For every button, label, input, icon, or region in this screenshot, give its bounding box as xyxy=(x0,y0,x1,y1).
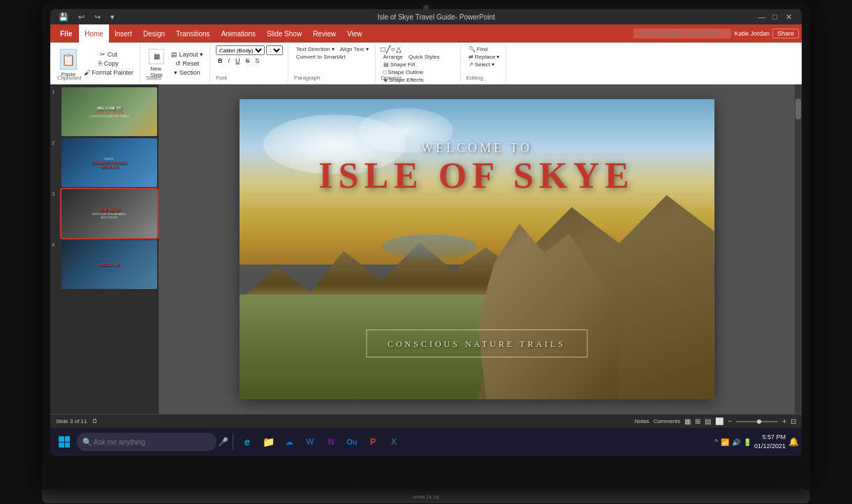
notes-button[interactable]: Notes xyxy=(635,418,649,424)
tab-animations[interactable]: Animations xyxy=(216,24,261,43)
network-icon[interactable]: 📶 xyxy=(721,438,729,446)
taskbar-outlook-icon[interactable]: Ou xyxy=(342,432,362,452)
status-bar: Slide 3 of 11 🗒 Notes Comments ▦ ⊞ ▤ ⬜ −… xyxy=(50,414,802,428)
slide-number-4: 4 xyxy=(52,242,59,248)
volume-icon[interactable]: 🔊 xyxy=(732,438,740,446)
notification-icon[interactable]: 🔔 xyxy=(788,437,799,447)
minimize-button[interactable]: — xyxy=(755,13,768,21)
view-normal-icon[interactable]: ▦ xyxy=(684,417,691,425)
customize-icon[interactable]: ▾ xyxy=(108,13,117,22)
underline-button[interactable]: U xyxy=(233,57,242,65)
slide-panel[interactable]: 1 WELCOME TO ISLE OF SKYE CONSCIOUS NATU… xyxy=(50,84,159,414)
title-bar: 💾 ↩ ↪ ▾ Isle of Skye Travel Guide- Power… xyxy=(50,9,802,24)
ribbon-search[interactable] xyxy=(633,29,731,38)
tab-view[interactable]: View xyxy=(341,24,368,43)
comments-button[interactable]: Comments xyxy=(654,418,681,424)
zoom-in-button[interactable]: + xyxy=(782,417,786,425)
laptop-frame: 💾 ↩ ↪ ▾ Isle of Skye Travel Guide- Power… xyxy=(42,1,810,489)
taskbar-powerpoint-icon[interactable]: P xyxy=(363,432,383,452)
tab-slideshow[interactable]: Slide Show xyxy=(261,24,307,43)
slide-image-2[interactable]: ENJOY CARBON TRAVELWITH US xyxy=(61,138,157,187)
scrollbar-thumb[interactable] xyxy=(795,98,801,119)
slide-2-title: CARBON TRAVELWITH US xyxy=(91,161,128,169)
select-button[interactable]: ↗ Select ▾ xyxy=(467,61,497,68)
slide-thumbnail-4[interactable]: 4 REVEL IN xyxy=(52,240,157,289)
webcam-dot xyxy=(423,5,429,10)
undo-icon[interactable]: ↩ xyxy=(75,13,87,22)
system-tray: ^ 📶 🔊 🔋 xyxy=(714,438,751,446)
vertical-scrollbar[interactable] xyxy=(795,84,802,414)
section-button[interactable]: ▾ Section xyxy=(169,68,205,77)
copy-button[interactable]: ⎘ Copy xyxy=(82,59,135,68)
align-text-button[interactable]: Align Text ▾ xyxy=(338,45,371,53)
slide-image-1[interactable]: WELCOME TO ISLE OF SKYE CONSCIOUS NATURE… xyxy=(61,87,157,136)
tab-file[interactable]: File xyxy=(53,24,79,43)
conscious-trails-box[interactable]: CONSCIOUS NATURE TRAILS xyxy=(366,329,587,357)
convert-smartart-button[interactable]: Convert to SmartArt xyxy=(294,53,348,61)
slide-thumbnail-1[interactable]: 1 WELCOME TO ISLE OF SKYE CONSCIOUS NATU… xyxy=(52,87,157,136)
fit-to-window-button[interactable]: ⊡ xyxy=(791,417,796,425)
view-presenter-icon[interactable]: ⬜ xyxy=(715,417,724,425)
text-shadow-button[interactable]: S xyxy=(254,57,262,65)
text-direction-button[interactable]: Text Direction ▾ xyxy=(294,45,337,53)
zoom-slider[interactable] xyxy=(736,421,778,422)
battery-icon[interactable]: 🔋 xyxy=(743,438,751,446)
strikethrough-button[interactable]: S xyxy=(244,57,252,65)
view-sorter-icon[interactable]: ⊞ xyxy=(695,417,700,425)
taskbar-excel-icon[interactable]: X xyxy=(384,432,404,452)
tab-home[interactable]: Home xyxy=(79,24,109,43)
taskbar-search-input[interactable] xyxy=(77,433,216,451)
main-work-area: 1 WELCOME TO ISLE OF SKYE CONSCIOUS NATU… xyxy=(50,84,802,414)
ribbon-group-slides: ▦ NewSlide ▤ Layout ▾ ↺ Reset ▾ Section … xyxy=(142,44,210,82)
redo-icon[interactable]: ↪ xyxy=(91,13,103,22)
zoom-thumb xyxy=(757,420,761,424)
find-button[interactable]: 🔍 Find xyxy=(467,45,490,53)
tray-chevron[interactable]: ^ xyxy=(714,438,718,446)
shape-fill-button[interactable]: ▤ Shape Fill xyxy=(381,61,418,68)
arrange-button[interactable]: Arrange xyxy=(381,53,405,61)
ribbon-group-drawing: □ ╱ ○ △ Arrange Quick Styles ▤ Shape Fil… xyxy=(377,44,461,82)
oval-icon[interactable]: ○ xyxy=(391,45,395,53)
cortana-mic-icon[interactable]: 🎤 xyxy=(218,437,228,447)
save-icon[interactable]: 💾 xyxy=(56,13,71,22)
slide-image-3[interactable]: THE WILD WITH OUR SUSTAINABLEECO TOURS xyxy=(61,189,157,238)
slide-number-3: 3 xyxy=(52,191,59,197)
slides-label: Slides xyxy=(146,75,161,81)
taskbar-search-icon: 🔍 xyxy=(82,438,92,447)
layout-button[interactable]: ▤ Layout ▾ xyxy=(169,50,205,59)
slide-thumbnail-2[interactable]: 2 ENJOY CARBON TRAVELWITH US xyxy=(52,138,157,187)
reset-button[interactable]: ↺ Reset xyxy=(169,59,205,68)
tab-design[interactable]: Design xyxy=(138,24,170,43)
replace-button[interactable]: ⇄ Replace ▾ xyxy=(467,53,502,61)
taskbar-edge-icon[interactable]: e xyxy=(237,432,257,452)
line-icon[interactable]: ╱ xyxy=(386,45,390,53)
taskbar-explorer-icon[interactable]: 📁 xyxy=(258,432,278,452)
tab-transitions[interactable]: Transitions xyxy=(170,24,216,43)
cut-button[interactable]: ✂ Cut xyxy=(82,50,135,59)
close-button[interactable]: ✕ xyxy=(781,13,796,22)
main-slide-canvas[interactable]: WELCOME TO ISLE OF SKYE CONSCIOUS NATURE… xyxy=(240,99,714,399)
system-clock[interactable]: 5:57 PM 01/12/2021 xyxy=(754,433,786,450)
tab-insert[interactable]: Insert xyxy=(109,24,138,43)
slide-thumbnail-3[interactable]: 3 THE WILD WITH OUR SUSTAINABLEECO TOURS xyxy=(52,189,157,238)
start-button[interactable] xyxy=(53,431,75,453)
italic-button[interactable]: I xyxy=(226,57,233,65)
tab-review[interactable]: Review xyxy=(307,24,341,43)
zoom-out-button[interactable]: − xyxy=(728,417,732,425)
taskbar-word-icon[interactable]: W xyxy=(300,432,320,452)
maximize-button[interactable]: □ xyxy=(770,13,780,21)
shapes-icon[interactable]: □ xyxy=(381,45,385,53)
view-reading-icon[interactable]: ▤ xyxy=(705,417,711,425)
share-button[interactable]: Share xyxy=(772,29,799,38)
format-painter-button[interactable]: 🖌 Format Painter xyxy=(82,68,135,77)
quick-styles-button[interactable]: Quick Styles xyxy=(406,53,441,61)
taskbar-onedrive-icon[interactable]: ☁ xyxy=(279,432,299,452)
triangle-icon[interactable]: △ xyxy=(396,45,402,53)
slide-image-4[interactable]: REVEL IN xyxy=(61,240,157,289)
taskbar-onenote-icon[interactable]: N xyxy=(321,432,341,452)
word-app-icon: W xyxy=(306,437,314,447)
font-size-select[interactable]: 11 xyxy=(266,45,283,55)
font-family-select[interactable]: Calibri (Body) xyxy=(216,45,265,55)
bold-button[interactable]: B xyxy=(216,57,225,65)
slide-main-title[interactable]: ISLE OF SKYE xyxy=(318,156,634,195)
